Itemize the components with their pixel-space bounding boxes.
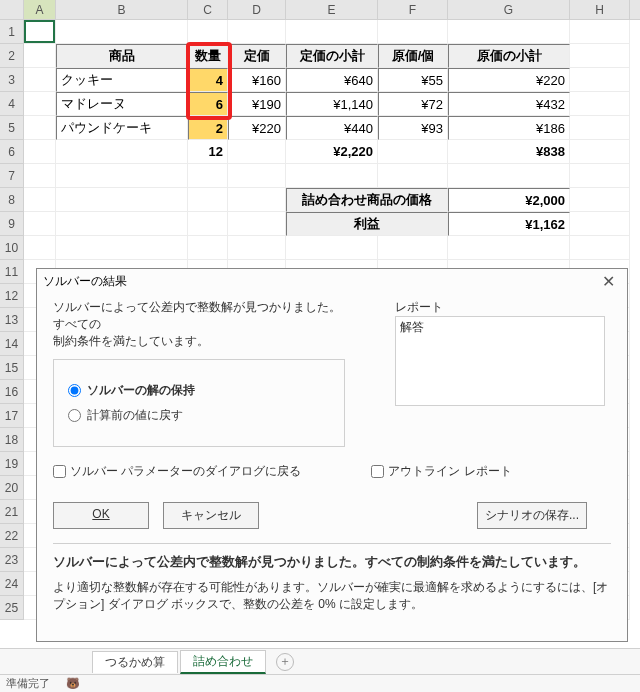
solution-options: ソルバーの解の保持 計算前の値に戻す: [53, 359, 345, 447]
chk-return-dialog[interactable]: ソルバー パラメーターのダイアログに戻る: [53, 463, 301, 480]
total-price[interactable]: ¥2,220: [286, 140, 378, 164]
th-subtotal[interactable]: 定価の小計: [286, 44, 378, 68]
val-profit[interactable]: ¥1,162: [448, 212, 570, 236]
col-G[interactable]: G: [448, 0, 570, 19]
radio-keep-solution[interactable]: ソルバーの解の保持: [68, 382, 330, 399]
th-qty[interactable]: 数量: [188, 44, 228, 68]
radio-restore-values[interactable]: 計算前の値に戻す: [68, 407, 330, 424]
result-summary: ソルバーによって公差内で整数解が見つかりました。すべての制約条件を満たしています…: [53, 554, 611, 571]
chk-outline-report[interactable]: アウトライン レポート: [371, 463, 511, 480]
cell-A1[interactable]: [24, 20, 56, 44]
total-cost[interactable]: ¥838: [448, 140, 570, 164]
ok-button[interactable]: OK: [53, 502, 149, 529]
close-icon[interactable]: ✕: [595, 272, 621, 291]
tab-tsurukame[interactable]: つるかめ算: [92, 651, 178, 673]
column-headers: A B C D E F G H: [0, 0, 640, 20]
total-qty[interactable]: 12: [188, 140, 228, 164]
table-row[interactable]: クッキー: [56, 68, 188, 92]
table-row[interactable]: マドレーヌ: [56, 92, 188, 116]
status-ready: 準備完了: [6, 676, 50, 691]
col-C[interactable]: C: [188, 0, 228, 19]
col-B[interactable]: B: [56, 0, 188, 19]
status-bar: 準備完了 🐻: [0, 674, 640, 692]
reports-label: レポート: [395, 299, 605, 316]
col-D[interactable]: D: [228, 0, 286, 19]
table-row[interactable]: パウンドケーキ: [56, 116, 188, 140]
sheet-tabs: つるかめ算 詰め合わせ ＋: [0, 648, 640, 674]
rowhdr-1[interactable]: 1: [0, 20, 24, 44]
col-A[interactable]: A: [24, 0, 56, 19]
add-sheet-icon[interactable]: ＋: [276, 653, 294, 671]
label-package-price[interactable]: 詰め合わせ商品の価格: [286, 188, 448, 212]
col-F[interactable]: F: [378, 0, 448, 19]
val-package-price[interactable]: ¥2,000: [448, 188, 570, 212]
label-profit[interactable]: 利益: [286, 212, 448, 236]
reports-list[interactable]: 解答: [395, 316, 605, 406]
result-detail: より適切な整数解が存在する可能性があります。ソルバーが確実に最適解を求めるように…: [53, 579, 611, 613]
save-scenario-button[interactable]: シナリオの保存...: [477, 502, 587, 529]
th-product[interactable]: 商品: [56, 44, 188, 68]
tab-tsumeawase[interactable]: 詰め合わせ: [180, 650, 266, 674]
solver-results-dialog: ソルバーの結果 ✕ ソルバーによって公差内で整数解が見つかりました。すべての 制…: [36, 268, 628, 642]
col-E[interactable]: E: [286, 0, 378, 19]
th-price[interactable]: 定価: [228, 44, 286, 68]
status-icon: 🐻: [66, 677, 80, 690]
th-cost[interactable]: 原価/個: [378, 44, 448, 68]
dialog-title: ソルバーの結果: [43, 273, 127, 290]
cancel-button[interactable]: キャンセル: [163, 502, 259, 529]
th-costsub[interactable]: 原価の小計: [448, 44, 570, 68]
col-H[interactable]: H: [570, 0, 630, 19]
